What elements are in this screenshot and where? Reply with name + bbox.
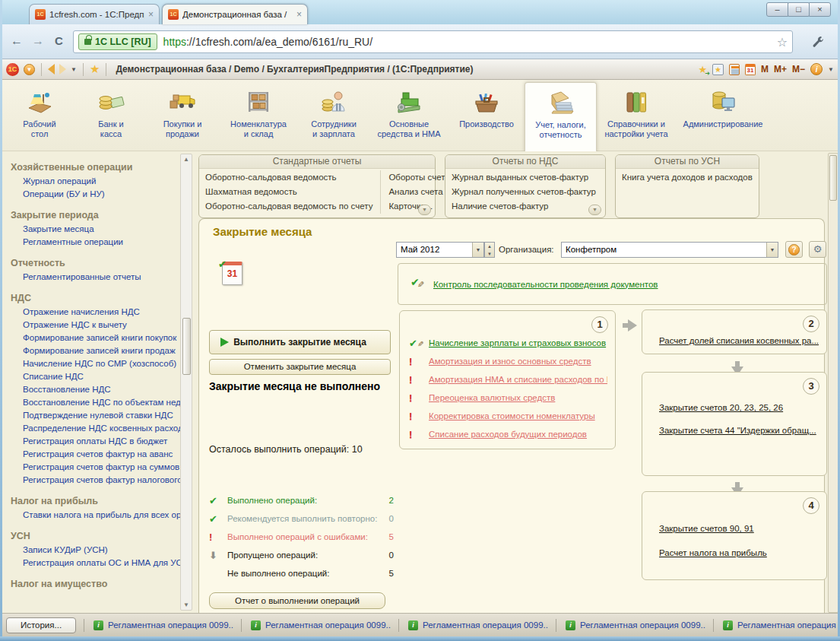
taskbar-item[interactable]: i Регламентная операция 0099... xyxy=(556,620,705,630)
taskbar-item[interactable]: i Регламентная операция 0099... xyxy=(399,620,548,630)
taskbar-item[interactable]: i Регламентная операция 0099... xyxy=(242,620,391,630)
sidebar-item-vat[interactable]: Восстановление НДС xyxy=(0,383,194,396)
reload-icon[interactable]: C xyxy=(55,34,63,47)
tab-close-icon[interactable]: × xyxy=(296,9,302,20)
ribbon-tab-bank[interactable]: Банк и касса xyxy=(76,80,146,151)
sidebar-item-regulated-reports[interactable]: Регламентированные отчеты xyxy=(0,271,194,284)
ribbon-tab-assets[interactable]: Основные средства и НМА xyxy=(369,80,449,151)
bookmark-star-icon[interactable]: ☆ xyxy=(777,35,788,49)
ribbon-tab-desktop[interactable]: Рабочий стол xyxy=(3,80,76,151)
info-caret-icon[interactable]: ▼ xyxy=(828,66,834,73)
sidebar-item-vat[interactable]: Формирование записей книги покупок xyxy=(0,332,194,344)
ribbon-tab-staff[interactable]: Сотрудники и зарплата xyxy=(298,80,369,151)
help-button[interactable]: ? xyxy=(785,241,803,258)
report-link[interactable]: Оборотно-сальдовая ведомость по счету xyxy=(205,199,372,214)
minimize-button[interactable]: – xyxy=(766,2,788,17)
operation-link[interactable]: Корректировка стоимости номенклатуры xyxy=(429,411,595,420)
operation-link[interactable]: Расчет долей списания косвенных ра... xyxy=(659,336,819,345)
sidebar-item-vat[interactable]: Подтверждение нулевой ставки НДС xyxy=(0,409,194,422)
sidebar-item-vat[interactable]: Формирование записей книги продаж xyxy=(0,344,194,357)
report-link[interactable]: Обороты счета xyxy=(388,170,449,185)
execute-closing-button[interactable]: Выполнить закрытие месяца xyxy=(209,330,391,354)
report-link[interactable]: Журнал выданных счетов-фактур xyxy=(452,170,599,185)
report-link[interactable]: Наличие счетов-фактур xyxy=(452,199,599,214)
operation-link[interactable]: Закрытие счетов 90, 91 xyxy=(659,524,754,533)
operation-link[interactable]: Списание расходов будущих периодов xyxy=(429,430,587,439)
scrollbar-thumb[interactable] xyxy=(829,155,837,201)
sidebar-item-vat[interactable]: Распределение НДС косвенных расход... xyxy=(0,422,194,435)
sidebar-item-operations[interactable]: Операции (БУ и НУ) xyxy=(0,188,194,201)
nav-history-caret-icon[interactable]: ▼ xyxy=(71,66,77,73)
add-favorite-icon[interactable]: ★ xyxy=(698,64,707,75)
sidebar-item-journal[interactable]: Журнал операций xyxy=(0,175,194,188)
sidebar-item-routine-ops[interactable]: Регламентные операции xyxy=(0,236,194,249)
more-reports-icon[interactable]: ▼ xyxy=(588,205,601,215)
memory-m-button[interactable]: М xyxy=(761,64,769,75)
history-button[interactable]: История... xyxy=(6,617,76,633)
memory-m-plus-button[interactable]: М+ xyxy=(774,64,787,75)
sidebar-item-vat[interactable]: Начисление НДС по СМР (хозспособ) xyxy=(0,357,194,370)
taskbar-item[interactable]: i Регламентная операция 0099... xyxy=(84,620,233,630)
nav-forward-icon[interactable] xyxy=(59,64,66,75)
nav-back-icon[interactable] xyxy=(48,64,55,75)
ribbon-tab-administration[interactable]: Администрирование xyxy=(676,80,770,151)
memory-m-minus-button[interactable]: М− xyxy=(792,64,805,75)
report-link[interactable]: Оборотно-сальдовая ведомость xyxy=(205,170,372,185)
operation-link[interactable]: Расчет налога на прибыль xyxy=(659,548,767,557)
sidebar-item-usn[interactable]: Регистрация оплаты ОС и НМА для УС... xyxy=(0,557,194,570)
ribbon-tab-production[interactable]: Производство xyxy=(449,80,525,151)
settings-button[interactable]: ⚙ xyxy=(809,241,826,258)
taskbar-item[interactable]: i Регламентная операция 0099... xyxy=(714,620,840,630)
sidebar-item-usn[interactable]: Записи КУДиР (УСН) xyxy=(0,544,194,557)
report-link[interactable]: Книга учета доходов и расходов xyxy=(622,170,753,185)
chevron-down-icon[interactable]: ▼ xyxy=(766,243,778,257)
ssl-badge[interactable]: 1C LLC [RU] xyxy=(78,33,157,50)
report-link[interactable]: Анализ счета xyxy=(388,185,449,199)
wrench-menu-icon[interactable] xyxy=(811,35,825,49)
sidebar-item-vat[interactable]: Отражение начисления НДС xyxy=(0,306,194,319)
scroll-up-icon[interactable]: ▲ xyxy=(182,156,191,163)
chevron-down-icon[interactable]: ▼ xyxy=(472,243,483,257)
tab-close-icon[interactable]: × xyxy=(148,9,154,20)
sidebar-item-vat[interactable]: Регистрация счетов фактур на суммов... xyxy=(0,461,194,474)
sidebar-item-vat[interactable]: Списание НДС xyxy=(0,370,194,383)
close-button[interactable]: × xyxy=(809,2,831,17)
cancel-closing-button[interactable]: Отменить закрытие месяца xyxy=(209,359,391,375)
sequence-control-link[interactable]: Контроль последовательности проведения д… xyxy=(433,280,658,289)
sidebar-item-profit-tax[interactable]: Ставки налога на прибыль для всех орг... xyxy=(0,509,194,522)
forward-icon[interactable]: → xyxy=(32,34,44,48)
operation-link[interactable]: Амортизация и износ основных средств xyxy=(429,357,591,366)
favorites-star-icon[interactable]: ★ xyxy=(90,62,100,76)
browser-tab-active[interactable]: 1С Демонстрационная база / × xyxy=(162,4,308,24)
main-menu-button[interactable]: ▼ xyxy=(24,64,35,75)
sidebar-scrollbar[interactable]: ▲ ▼ xyxy=(180,154,192,611)
operation-link[interactable]: Закрытие счета 44 "Издержки обращ... xyxy=(659,426,816,435)
back-icon[interactable]: ← xyxy=(11,34,23,48)
calendar-icon[interactable]: 31 xyxy=(745,64,756,75)
period-select[interactable]: Май 2012 ▼ xyxy=(396,242,484,258)
period-stepper[interactable]: ▲▼ xyxy=(484,242,495,258)
operations-report-button[interactable]: Отчет о выполнении операций xyxy=(209,592,385,609)
sidebar-item-vat[interactable]: Регистрация счетов фактур на аванс xyxy=(0,448,194,461)
sidebar-item-vat[interactable]: Регистрация оплаты НДС в бюджет xyxy=(0,435,194,448)
sidebar-item-vat[interactable]: Восстановление НДС по объектам нед... xyxy=(0,396,194,409)
operation-link[interactable]: Начисление зарплаты и страховых взносов xyxy=(429,338,606,347)
ribbon-tab-purchases[interactable]: Покупки и продажи xyxy=(146,80,219,151)
info-icon[interactable]: i xyxy=(810,63,823,75)
browser-tab-inactive[interactable]: 1С 1cfresh.com - 1С:Предпри × xyxy=(29,4,160,24)
organization-select[interactable]: Конфетпром ▼ xyxy=(561,242,778,258)
operation-link[interactable]: Амортизация НМА и списание расходов по Н… xyxy=(429,375,607,384)
calculator-icon[interactable] xyxy=(729,64,740,75)
1c-logo-icon[interactable]: 1С xyxy=(6,63,19,76)
open-favorites-icon[interactable]: ★ xyxy=(712,64,724,75)
sidebar-item-vat[interactable]: Отражение НДС к вычету xyxy=(0,319,194,332)
report-link[interactable]: Шахматная ведомость xyxy=(205,185,372,199)
sidebar-item-month-close[interactable]: Закрытие месяца xyxy=(0,223,194,236)
ribbon-tab-accounting-active[interactable]: Учет, налоги, отчетность xyxy=(525,82,597,153)
maximize-button[interactable]: □ xyxy=(788,2,810,17)
ribbon-tab-warehouse[interactable]: Номенклатура и склад xyxy=(219,80,298,151)
scroll-down-icon[interactable]: ▼ xyxy=(182,601,191,608)
more-reports-icon[interactable]: ▼ xyxy=(418,205,431,215)
content-scrollbar[interactable] xyxy=(828,153,838,613)
sidebar-item-vat[interactable]: Регистрация счетов фактур налогового xyxy=(0,474,194,487)
